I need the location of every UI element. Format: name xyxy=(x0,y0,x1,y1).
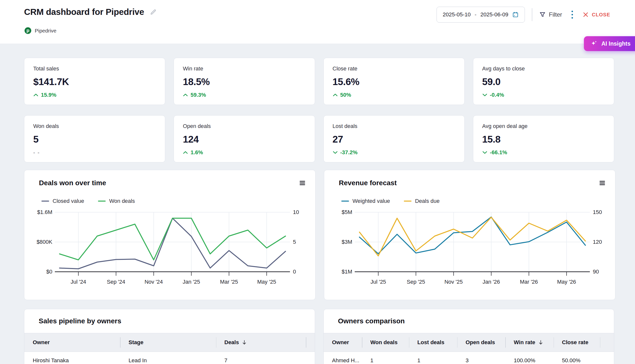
table-cell: Ahmed H... xyxy=(324,357,362,364)
trend-down-icon xyxy=(482,151,487,154)
trend-up-icon xyxy=(333,93,338,97)
chart-legend: Weighted valueDeals due xyxy=(341,198,606,204)
legend-item-won-deals[interactable]: Won deals xyxy=(98,198,135,204)
filter-button[interactable]: Filter xyxy=(539,11,562,18)
kpi-card-avg-days-to-close[interactable]: Avg days to close59.0-0.4% xyxy=(473,58,614,105)
legend-label: Deals due xyxy=(415,198,439,204)
chart-menu-icon[interactable] xyxy=(299,180,306,187)
column-header-label: Close rate xyxy=(562,339,588,346)
date-start: 2025-05-10 xyxy=(443,12,471,18)
table-cell: 1 xyxy=(362,357,409,364)
kpi-delta-value: -0.4% xyxy=(490,92,504,98)
table-title: Sales pipeline by owners xyxy=(39,317,315,325)
chart-menu-icon[interactable] xyxy=(599,180,606,187)
more-options-button[interactable] xyxy=(569,9,575,20)
table-row[interactable]: Ahmed H...113100.00%50.00% xyxy=(324,352,614,364)
legend-item-deals-due[interactable]: Deals due xyxy=(404,198,439,204)
trend-up-icon xyxy=(183,151,188,154)
trend-down-icon xyxy=(333,151,338,154)
ai-insights-button[interactable]: AI Insights xyxy=(584,36,635,51)
kpi-delta: -37.2% xyxy=(333,149,455,156)
svg-text:Nov '24: Nov '24 xyxy=(145,279,163,285)
close-button[interactable]: CLOSE xyxy=(582,12,610,18)
sales-pipeline-by-owners-panel: Sales pipeline by owners OwnerStageDeals… xyxy=(24,309,315,364)
table-cell: 3 xyxy=(457,357,505,364)
trend-up-icon xyxy=(33,93,39,97)
kpi-card-total-sales[interactable]: Total sales$141.7K15.9% xyxy=(24,58,165,105)
legend-swatch-icon xyxy=(341,200,349,202)
page-title: CRM dashboard for Pipedrive xyxy=(24,7,144,17)
svg-text:$3M: $3M xyxy=(342,239,352,245)
kpi-label: Lost deals xyxy=(333,123,455,130)
edit-title-icon[interactable] xyxy=(150,8,157,16)
legend-item-closed-value[interactable]: Closed value xyxy=(42,198,84,204)
svg-text:Jul '24: Jul '24 xyxy=(71,279,86,285)
kpi-label: Open deals xyxy=(183,123,306,130)
data-source-label: Pipedrive xyxy=(35,28,57,34)
column-header-label: Stage xyxy=(129,339,143,346)
kpi-card-lost-deals[interactable]: Lost deals27-37.2% xyxy=(323,115,465,162)
kpi-delta-value: 50% xyxy=(340,92,351,98)
kpi-card-won-deals[interactable]: Won deals5- - xyxy=(24,115,165,162)
date-range-picker[interactable]: 2025-05-10 - 2025-06-09 xyxy=(437,7,525,22)
header-divider xyxy=(532,8,532,21)
column-header-stage[interactable]: Stage xyxy=(120,333,216,352)
ai-insights-label: AI Insights xyxy=(601,40,630,47)
svg-text:Jan '25: Jan '25 xyxy=(183,279,200,285)
kpi-card-open-deals[interactable]: Open deals1241.6% xyxy=(174,115,315,162)
svg-text:90: 90 xyxy=(593,268,599,275)
column-header-lost-deals[interactable]: Lost deals xyxy=(409,333,457,352)
close-label: CLOSE xyxy=(592,12,610,18)
revenue-forecast-panel: Revenue forecast Weighted valueDeals due… xyxy=(324,170,615,300)
legend-label: Closed value xyxy=(53,198,84,204)
close-icon xyxy=(582,12,589,18)
column-header-owner[interactable]: Owner xyxy=(324,333,362,352)
kpi-value: $141.7K xyxy=(33,76,156,87)
column-header-label: Open deals xyxy=(466,339,495,346)
kpi-delta-value: 15.9% xyxy=(41,92,56,98)
kpi-card-avg-open-deal-age[interactable]: Avg open deal age15.8-66.1% xyxy=(473,115,614,162)
svg-text:120: 120 xyxy=(593,239,602,245)
kpi-delta: 15.9% xyxy=(33,92,156,98)
kpi-value: 27 xyxy=(333,134,455,145)
table-header-row: OwnerWon dealsLost dealsOpen dealsWin ra… xyxy=(324,333,614,352)
svg-text:10: 10 xyxy=(293,209,299,215)
kpi-grid: Total sales$141.7K15.9%Win rate18.5%59.3… xyxy=(24,58,614,162)
kpi-label: Win rate xyxy=(183,66,306,72)
column-header-open-deals[interactable]: Open deals xyxy=(457,333,505,352)
table-cell: 50.00% xyxy=(554,357,600,364)
kpi-card-win-rate[interactable]: Win rate18.5%59.3% xyxy=(174,58,315,105)
calendar-icon xyxy=(512,12,519,18)
date-end: 2025-06-09 xyxy=(480,12,508,18)
legend-item-weighted-value[interactable]: Weighted value xyxy=(341,198,390,204)
column-header-win-rate[interactable]: Win rate xyxy=(505,333,553,352)
svg-text:$5M: $5M xyxy=(342,209,352,215)
column-header-close-rate[interactable]: Close rate xyxy=(554,333,600,352)
svg-text:5: 5 xyxy=(293,239,296,245)
kpi-value: 15.6% xyxy=(333,76,455,87)
column-header-owner[interactable]: Owner xyxy=(24,333,120,352)
table-title: Owners comparison xyxy=(338,317,614,325)
kpi-value: 59.0 xyxy=(482,76,605,87)
kpi-card-close-rate[interactable]: Close rate15.6%50% xyxy=(323,58,465,105)
legend-label: Won deals xyxy=(109,198,135,204)
charts-row: Deals won over time Closed valueWon deal… xyxy=(24,170,614,300)
table-cell: Hiroshi Tanaka xyxy=(24,357,120,364)
column-header-won-deals[interactable]: Won deals xyxy=(362,333,409,352)
funnel-icon xyxy=(539,12,546,18)
sort-desc-icon xyxy=(242,340,247,345)
chart-title: Revenue forecast xyxy=(339,179,606,187)
legend-swatch-icon xyxy=(42,200,49,202)
kpi-label: Avg days to close xyxy=(482,66,605,72)
table-cell: 100.00% xyxy=(505,357,553,364)
column-header-deals[interactable]: Deals xyxy=(216,333,306,352)
column-header-label: Win rate xyxy=(514,339,535,346)
svg-text:May '26: May '26 xyxy=(557,279,576,285)
kpi-delta: 50% xyxy=(333,92,455,98)
table-row[interactable]: Hiroshi TanakaLead In7 xyxy=(24,352,315,364)
owners-comparison-panel: Owners comparison OwnerWon dealsLost dea… xyxy=(323,309,614,364)
svg-text:Sep '24: Sep '24 xyxy=(107,279,125,285)
trend-down-icon xyxy=(482,93,487,97)
chart-title: Deals won over time xyxy=(39,179,307,187)
chart-legend: Closed valueWon deals xyxy=(42,198,307,204)
